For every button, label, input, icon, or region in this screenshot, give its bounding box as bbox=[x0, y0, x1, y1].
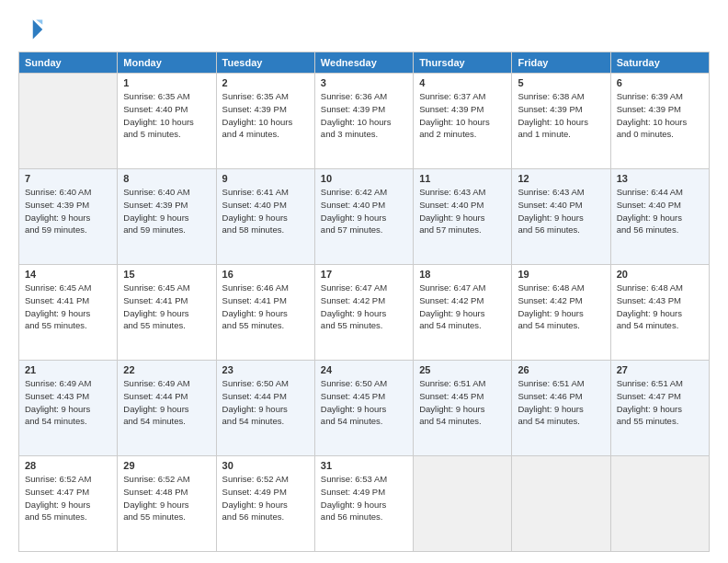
day-number: 28 bbox=[25, 460, 111, 471]
day-cell bbox=[610, 456, 709, 552]
header-row: SundayMondayTuesdayWednesdayThursdayFrid… bbox=[19, 52, 710, 74]
day-info: Sunrise: 6:43 AM Sunset: 4:40 PM Dayligh… bbox=[419, 186, 506, 236]
day-cell: 15Sunrise: 6:45 AM Sunset: 4:41 PM Dayli… bbox=[118, 265, 216, 361]
day-info: Sunrise: 6:47 AM Sunset: 4:42 PM Dayligh… bbox=[419, 282, 506, 332]
day-info: Sunrise: 6:52 AM Sunset: 4:47 PM Dayligh… bbox=[25, 473, 111, 523]
day-info: Sunrise: 6:36 AM Sunset: 4:39 PM Dayligh… bbox=[321, 90, 407, 141]
day-info: Sunrise: 6:51 AM Sunset: 4:46 PM Dayligh… bbox=[518, 377, 604, 428]
logo bbox=[18, 17, 48, 42]
day-cell: 30Sunrise: 6:52 AM Sunset: 4:49 PM Dayli… bbox=[216, 456, 314, 552]
day-number: 8 bbox=[123, 173, 210, 184]
day-cell: 18Sunrise: 6:47 AM Sunset: 4:42 PM Dayli… bbox=[414, 265, 512, 361]
day-info: Sunrise: 6:45 AM Sunset: 4:41 PM Dayligh… bbox=[25, 282, 111, 332]
week-row: 28Sunrise: 6:52 AM Sunset: 4:47 PM Dayli… bbox=[19, 456, 710, 552]
day-number: 18 bbox=[419, 269, 506, 280]
day-number: 16 bbox=[222, 269, 309, 280]
header-day: Saturday bbox=[610, 52, 709, 74]
day-cell: 12Sunrise: 6:43 AM Sunset: 4:40 PM Dayli… bbox=[512, 169, 610, 265]
day-cell: 7Sunrise: 6:40 AM Sunset: 4:39 PM Daylig… bbox=[19, 169, 118, 265]
week-row: 1Sunrise: 6:35 AM Sunset: 4:40 PM Daylig… bbox=[19, 74, 710, 169]
logo-icon bbox=[18, 17, 44, 42]
day-info: Sunrise: 6:39 AM Sunset: 4:39 PM Dayligh… bbox=[617, 90, 703, 141]
header-day: Tuesday bbox=[216, 52, 314, 74]
calendar-table: SundayMondayTuesdayWednesdayThursdayFrid… bbox=[18, 52, 710, 552]
day-number: 26 bbox=[518, 364, 604, 375]
day-cell: 28Sunrise: 6:52 AM Sunset: 4:47 PM Dayli… bbox=[19, 456, 118, 552]
day-number: 25 bbox=[419, 364, 506, 375]
day-info: Sunrise: 6:49 AM Sunset: 4:44 PM Dayligh… bbox=[123, 377, 210, 428]
day-info: Sunrise: 6:37 AM Sunset: 4:39 PM Dayligh… bbox=[419, 90, 506, 141]
day-info: Sunrise: 6:52 AM Sunset: 4:49 PM Dayligh… bbox=[222, 473, 309, 523]
day-info: Sunrise: 6:45 AM Sunset: 4:41 PM Dayligh… bbox=[123, 282, 210, 332]
day-info: Sunrise: 6:40 AM Sunset: 4:39 PM Dayligh… bbox=[25, 186, 111, 236]
day-cell: 16Sunrise: 6:46 AM Sunset: 4:41 PM Dayli… bbox=[216, 265, 314, 361]
day-cell: 17Sunrise: 6:47 AM Sunset: 4:42 PM Dayli… bbox=[314, 265, 413, 361]
header-day: Sunday bbox=[19, 52, 118, 74]
header-day: Monday bbox=[118, 52, 216, 74]
day-cell: 13Sunrise: 6:44 AM Sunset: 4:40 PM Dayli… bbox=[610, 169, 709, 265]
day-number: 4 bbox=[419, 77, 506, 88]
day-info: Sunrise: 6:35 AM Sunset: 4:39 PM Dayligh… bbox=[222, 90, 309, 141]
day-number: 17 bbox=[321, 269, 407, 280]
day-number: 30 bbox=[222, 460, 309, 471]
day-number: 12 bbox=[518, 173, 604, 184]
day-number: 21 bbox=[25, 364, 111, 375]
day-cell: 29Sunrise: 6:52 AM Sunset: 4:48 PM Dayli… bbox=[118, 456, 216, 552]
day-cell bbox=[414, 456, 512, 552]
day-number: 11 bbox=[419, 173, 506, 184]
day-cell: 19Sunrise: 6:48 AM Sunset: 4:42 PM Dayli… bbox=[512, 265, 610, 361]
day-number: 20 bbox=[617, 269, 703, 280]
day-cell: 2Sunrise: 6:35 AM Sunset: 4:39 PM Daylig… bbox=[216, 74, 314, 169]
day-cell: 20Sunrise: 6:48 AM Sunset: 4:43 PM Dayli… bbox=[610, 265, 709, 361]
day-cell: 23Sunrise: 6:50 AM Sunset: 4:44 PM Dayli… bbox=[216, 361, 314, 456]
day-cell: 22Sunrise: 6:49 AM Sunset: 4:44 PM Dayli… bbox=[118, 361, 216, 456]
svg-marker-1 bbox=[36, 20, 42, 25]
day-number: 10 bbox=[321, 173, 407, 184]
day-number: 15 bbox=[123, 269, 210, 280]
day-number: 29 bbox=[123, 460, 210, 471]
day-info: Sunrise: 6:43 AM Sunset: 4:40 PM Dayligh… bbox=[518, 186, 604, 236]
day-number: 2 bbox=[222, 77, 309, 88]
week-row: 14Sunrise: 6:45 AM Sunset: 4:41 PM Dayli… bbox=[19, 265, 710, 361]
day-cell bbox=[512, 456, 610, 552]
day-info: Sunrise: 6:42 AM Sunset: 4:40 PM Dayligh… bbox=[321, 186, 407, 236]
day-info: Sunrise: 6:50 AM Sunset: 4:44 PM Dayligh… bbox=[222, 377, 309, 428]
day-cell: 5Sunrise: 6:38 AM Sunset: 4:39 PM Daylig… bbox=[512, 74, 610, 169]
day-info: Sunrise: 6:51 AM Sunset: 4:45 PM Dayligh… bbox=[419, 377, 506, 428]
day-info: Sunrise: 6:38 AM Sunset: 4:39 PM Dayligh… bbox=[518, 90, 604, 141]
header bbox=[18, 17, 710, 42]
day-number: 13 bbox=[617, 173, 703, 184]
day-number: 31 bbox=[321, 460, 407, 471]
day-info: Sunrise: 6:46 AM Sunset: 4:41 PM Dayligh… bbox=[222, 282, 309, 332]
day-cell: 26Sunrise: 6:51 AM Sunset: 4:46 PM Dayli… bbox=[512, 361, 610, 456]
day-info: Sunrise: 6:44 AM Sunset: 4:40 PM Dayligh… bbox=[617, 186, 703, 236]
day-cell: 24Sunrise: 6:50 AM Sunset: 4:45 PM Dayli… bbox=[314, 361, 413, 456]
day-number: 3 bbox=[321, 77, 407, 88]
day-cell: 25Sunrise: 6:51 AM Sunset: 4:45 PM Dayli… bbox=[414, 361, 512, 456]
day-cell: 14Sunrise: 6:45 AM Sunset: 4:41 PM Dayli… bbox=[19, 265, 118, 361]
day-cell bbox=[19, 74, 118, 169]
header-day: Thursday bbox=[414, 52, 512, 74]
day-cell: 31Sunrise: 6:53 AM Sunset: 4:49 PM Dayli… bbox=[314, 456, 413, 552]
day-info: Sunrise: 6:40 AM Sunset: 4:39 PM Dayligh… bbox=[123, 186, 210, 236]
day-info: Sunrise: 6:48 AM Sunset: 4:42 PM Dayligh… bbox=[518, 282, 604, 332]
day-number: 9 bbox=[222, 173, 309, 184]
day-cell: 3Sunrise: 6:36 AM Sunset: 4:39 PM Daylig… bbox=[314, 74, 413, 169]
day-cell: 11Sunrise: 6:43 AM Sunset: 4:40 PM Dayli… bbox=[414, 169, 512, 265]
day-cell: 8Sunrise: 6:40 AM Sunset: 4:39 PM Daylig… bbox=[118, 169, 216, 265]
day-info: Sunrise: 6:47 AM Sunset: 4:42 PM Dayligh… bbox=[321, 282, 407, 332]
day-number: 5 bbox=[518, 77, 604, 88]
page: SundayMondayTuesdayWednesdayThursdayFrid… bbox=[0, 0, 728, 563]
day-cell: 1Sunrise: 6:35 AM Sunset: 4:40 PM Daylig… bbox=[118, 74, 216, 169]
day-cell: 21Sunrise: 6:49 AM Sunset: 4:43 PM Dayli… bbox=[19, 361, 118, 456]
day-info: Sunrise: 6:41 AM Sunset: 4:40 PM Dayligh… bbox=[222, 186, 309, 236]
day-cell: 9Sunrise: 6:41 AM Sunset: 4:40 PM Daylig… bbox=[216, 169, 314, 265]
week-row: 21Sunrise: 6:49 AM Sunset: 4:43 PM Dayli… bbox=[19, 361, 710, 456]
day-cell: 10Sunrise: 6:42 AM Sunset: 4:40 PM Dayli… bbox=[314, 169, 413, 265]
day-info: Sunrise: 6:49 AM Sunset: 4:43 PM Dayligh… bbox=[25, 377, 111, 428]
day-info: Sunrise: 6:50 AM Sunset: 4:45 PM Dayligh… bbox=[321, 377, 407, 428]
day-info: Sunrise: 6:52 AM Sunset: 4:48 PM Dayligh… bbox=[123, 473, 210, 523]
day-number: 24 bbox=[321, 364, 407, 375]
header-day: Friday bbox=[512, 52, 610, 74]
day-cell: 4Sunrise: 6:37 AM Sunset: 4:39 PM Daylig… bbox=[414, 74, 512, 169]
